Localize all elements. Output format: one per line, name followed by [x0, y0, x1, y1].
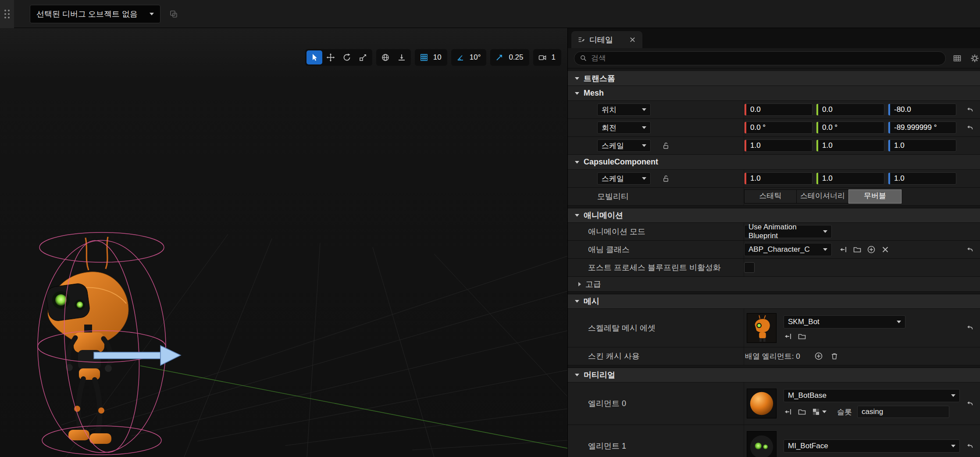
mobility-option-static[interactable]: 스태틱 — [745, 190, 797, 203]
location-row: 위치 0.0 0.0 -80.0 — [568, 101, 980, 119]
debug-object-dropdown-label: 선택된 디버그 오브젝트 없음 — [36, 9, 138, 19]
lock-open-icon[interactable] — [662, 142, 670, 150]
scale-y-field[interactable]: 1.0 — [816, 139, 884, 152]
use-selected-asset-icon[interactable] — [784, 332, 792, 341]
advanced-expander[interactable]: 고급 — [568, 277, 980, 292]
material-element-1-dropdown[interactable]: MI_BotFace — [784, 439, 960, 453]
grid-snap-icon[interactable] — [416, 50, 432, 64]
animation-mode-dropdown[interactable]: Use Animation Blueprint — [744, 225, 832, 238]
display-filter-icon[interactable] — [951, 52, 963, 64]
animation-mode-label: 애니메이션 모드 — [588, 226, 645, 237]
use-selected-asset-icon[interactable] — [784, 407, 792, 416]
material-element-1-label: 엘리먼트 1 — [588, 441, 626, 451]
location-y-field[interactable]: 0.0 — [816, 104, 884, 116]
chevron-down-icon — [642, 177, 646, 180]
rotation-axis-dropdown[interactable]: 회전 — [597, 121, 651, 134]
rotation-snap-icon[interactable] — [453, 50, 468, 64]
skeletal-mesh-thumbnail[interactable] — [747, 313, 777, 343]
toolbar-grip-handle[interactable] — [0, 0, 14, 28]
tab-details[interactable]: 디테일 — [571, 31, 642, 48]
revert-icon[interactable] — [966, 124, 974, 132]
mobility-row: 모빌리티 스태틱 스테이셔너리 무버블 — [568, 188, 980, 206]
rotation-row: 회전 0.0 ° 0.0 ° -89.999999 ° — [568, 119, 980, 137]
coordinate-space-icon[interactable] — [378, 50, 393, 64]
section-animation[interactable]: 애니메이션 — [568, 208, 980, 223]
search-input[interactable]: 검색 — [574, 51, 946, 65]
capsule-scale-z-field[interactable]: 1.0 — [888, 172, 956, 185]
mobility-option-stationary[interactable]: 스테이셔너리 — [797, 190, 849, 203]
material-element-0-row: 엘리먼트 0 M_BotBase — [568, 382, 980, 425]
section-transform[interactable]: 트랜스폼 — [568, 71, 980, 86]
viewport[interactable]: 10 10° 0.25 — [0, 28, 567, 457]
gear-icon[interactable] — [969, 52, 980, 64]
anim-class-row: 애님 클래스 ABP_Character_C — [568, 241, 980, 259]
disable-post-process-checkbox[interactable] — [744, 262, 755, 273]
debug-object-browse-icon[interactable] — [169, 10, 178, 18]
camera-icon[interactable] — [535, 50, 550, 64]
viewport-canvas[interactable] — [0, 28, 567, 457]
use-selected-asset-icon[interactable] — [839, 245, 848, 254]
rotation-z-field[interactable]: -89.999999 ° — [888, 121, 956, 134]
capsule-scale-axis-dropdown[interactable]: 스케일 — [597, 172, 651, 185]
mobility-option-movable[interactable]: 무버블 — [849, 190, 901, 203]
rotation-x-field[interactable]: 0.0 ° — [744, 121, 813, 134]
details-property-list: 트랜스폼 Mesh 위치 0.0 0.0 -80.0 — [568, 68, 980, 457]
rotate-tool-button[interactable] — [339, 50, 355, 64]
slot-name-input[interactable]: casing — [857, 406, 949, 418]
plus-circle-icon[interactable] — [867, 245, 876, 254]
chevron-down-icon — [575, 214, 579, 217]
location-x-field[interactable]: 0.0 — [744, 104, 813, 116]
revert-icon[interactable] — [966, 443, 974, 450]
scale-axis-dropdown[interactable]: 스케일 — [597, 139, 651, 152]
clear-icon[interactable] — [881, 245, 890, 254]
trash-icon[interactable] — [830, 352, 839, 361]
capsule-scale-x-field[interactable]: 1.0 — [744, 172, 813, 185]
close-icon[interactable] — [629, 36, 636, 43]
browse-to-asset-icon[interactable] — [798, 332, 806, 341]
scale-tool-button[interactable] — [355, 50, 371, 64]
grid-snap-value[interactable]: 10 — [432, 53, 446, 62]
revert-icon[interactable] — [966, 106, 974, 114]
details-tab-title: 디테일 — [589, 35, 613, 45]
anim-class-dropdown[interactable]: ABP_Character_C — [744, 243, 832, 256]
scale-z-field[interactable]: 1.0 — [888, 139, 956, 152]
section-materials[interactable]: 머티리얼 — [568, 368, 980, 382]
section-capsule-component[interactable]: CapsuleComponent — [568, 155, 980, 170]
rotation-snap-value[interactable]: 10° — [469, 53, 485, 62]
capsule-scale-y-field[interactable]: 1.0 — [816, 172, 884, 185]
material-element-0-label: 엘리먼트 0 — [588, 398, 626, 409]
grid-snap-group[interactable]: 10 — [415, 49, 447, 66]
rotation-y-field[interactable]: 0.0 ° — [816, 121, 884, 134]
add-element-icon[interactable] — [814, 352, 823, 361]
location-axis-dropdown[interactable]: 위치 — [597, 104, 651, 116]
scale-snap-group[interactable]: 0.25 — [490, 49, 529, 66]
material-element-0-thumbnail[interactable] — [747, 389, 777, 418]
debug-object-dropdown[interactable]: 선택된 디버그 오브젝트 없음 — [30, 5, 160, 23]
section-mesh-component[interactable]: Mesh — [568, 86, 980, 101]
scale-x-field[interactable]: 1.0 — [744, 139, 813, 152]
camera-speed-group[interactable]: 1 — [533, 49, 561, 66]
camera-speed-value[interactable]: 1 — [551, 53, 560, 62]
skin-cache-array-count: 배열 엘리먼트: 0 — [745, 351, 800, 361]
section-mesh[interactable]: 메시 — [568, 294, 980, 309]
material-element-1-thumbnail[interactable] — [747, 431, 777, 457]
mobility-label: 모빌리티 — [597, 191, 629, 202]
scale-snap-value[interactable]: 0.25 — [508, 53, 527, 62]
revert-icon[interactable] — [966, 246, 974, 253]
surface-snap-icon[interactable] — [394, 50, 410, 64]
browse-to-asset-icon[interactable] — [853, 245, 862, 254]
move-tool-button[interactable] — [323, 50, 339, 64]
lock-open-icon[interactable] — [662, 175, 670, 182]
chevron-down-icon — [823, 248, 827, 251]
material-element-0-dropdown[interactable]: M_BotBase — [784, 389, 960, 402]
browse-to-asset-icon[interactable] — [798, 407, 806, 416]
rotation-snap-group[interactable]: 10° — [451, 49, 487, 66]
chevron-down-icon — [575, 77, 579, 80]
select-tool-button[interactable] — [306, 50, 322, 64]
material-highlight-toggle[interactable] — [812, 407, 827, 416]
skeletal-mesh-dropdown[interactable]: SKM_Bot — [784, 315, 905, 328]
location-z-field[interactable]: -80.0 — [888, 104, 956, 116]
scale-snap-icon[interactable] — [492, 50, 507, 64]
revert-icon[interactable] — [966, 400, 974, 407]
revert-icon[interactable] — [966, 324, 974, 332]
